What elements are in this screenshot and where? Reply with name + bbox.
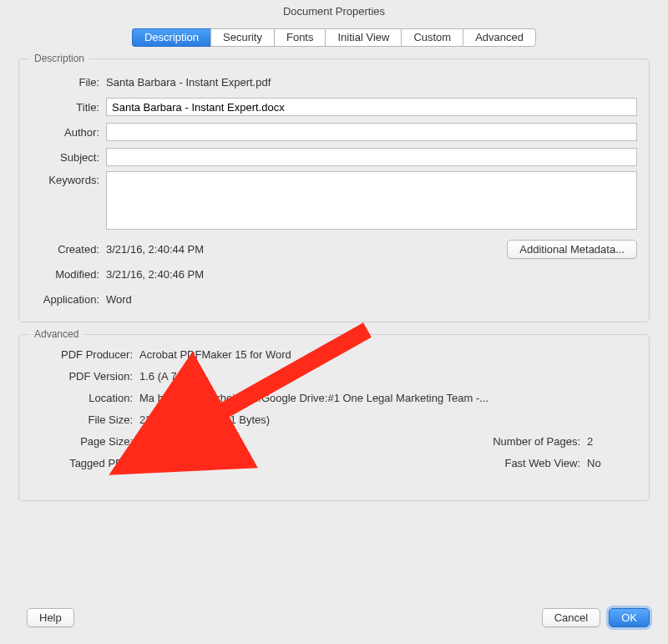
advanced-group: Advanced PDF Producer: Acrobat PDFMaker …: [18, 334, 650, 501]
modified-value: 3/21/16, 2:40:46 PM: [106, 268, 637, 281]
number-of-pages-value: 2: [587, 435, 620, 448]
fast-web-view-label: Fast Web View:: [504, 457, 587, 469]
tab-initial-view[interactable]: Initial View: [325, 28, 401, 47]
application-value: Word: [106, 293, 637, 306]
tab-custom[interactable]: Custom: [401, 28, 463, 47]
tagged-pdf-label: Tagged PDF:: [31, 457, 139, 469]
pdf-producer-value: Acrobat PDFMaker 15 for Word: [139, 348, 637, 361]
subject-input[interactable]: [106, 148, 637, 166]
created-value: 3/21/16, 2:40:44 PM: [106, 243, 507, 256]
advanced-group-title: Advanced: [29, 328, 84, 340]
location-value: Ma h HD:Users:rheinrich:Google Drive:#1 …: [139, 392, 637, 404]
author-label: Author:: [31, 126, 106, 139]
tab-fonts[interactable]: Fonts: [274, 28, 326, 47]
pdf-version-value: 1.6 (A 7.x): [139, 370, 637, 383]
page-size-label: Page Size:: [31, 435, 139, 448]
title-input[interactable]: [106, 98, 637, 116]
tab-bar: Description Security Fonts Initial View …: [0, 28, 668, 47]
subject-label: Subject:: [31, 151, 106, 164]
help-button[interactable]: Help: [27, 608, 74, 627]
keywords-input[interactable]: [106, 171, 637, 230]
file-label: File:: [31, 76, 106, 89]
description-group-title: Description: [29, 53, 89, 64]
pdf-version-label: PDF Version:: [31, 370, 139, 383]
file-size-label: File Size:: [31, 413, 139, 426]
title-label: Title:: [31, 101, 106, 114]
tab-security[interactable]: Security: [210, 28, 274, 47]
cancel-button[interactable]: Cancel: [542, 608, 600, 627]
ok-button[interactable]: OK: [609, 608, 650, 627]
additional-metadata-button[interactable]: Additional Metadata...: [507, 240, 637, 259]
keywords-label: Keywords:: [31, 171, 106, 186]
created-label: Created:: [31, 243, 106, 256]
modified-label: Modified:: [31, 268, 106, 281]
tab-description[interactable]: Description: [132, 28, 210, 47]
fast-web-view-value: No: [587, 457, 620, 469]
dialog-footer: Help Cancel OK: [18, 608, 650, 627]
number-of-pages-label: Number of Pages:: [493, 435, 587, 448]
page-size-value: 8.50 x 10.99 in: [139, 435, 306, 448]
description-group: Description File: Santa Barbara - Instan…: [18, 58, 650, 322]
file-value: Santa Barbara - Instant Expert.pdf: [106, 76, 637, 89]
application-label: Application:: [31, 293, 106, 306]
tagged-pdf-value: No: [139, 457, 306, 469]
tab-advanced[interactable]: Advanced: [463, 28, 536, 47]
location-label: Location:: [31, 392, 139, 404]
file-size-value: 222.50 KB (227,841 Bytes): [139, 413, 637, 426]
window-title: Document Properties: [0, 0, 668, 23]
author-input[interactable]: [106, 123, 637, 141]
pdf-producer-label: PDF Producer:: [31, 348, 139, 361]
